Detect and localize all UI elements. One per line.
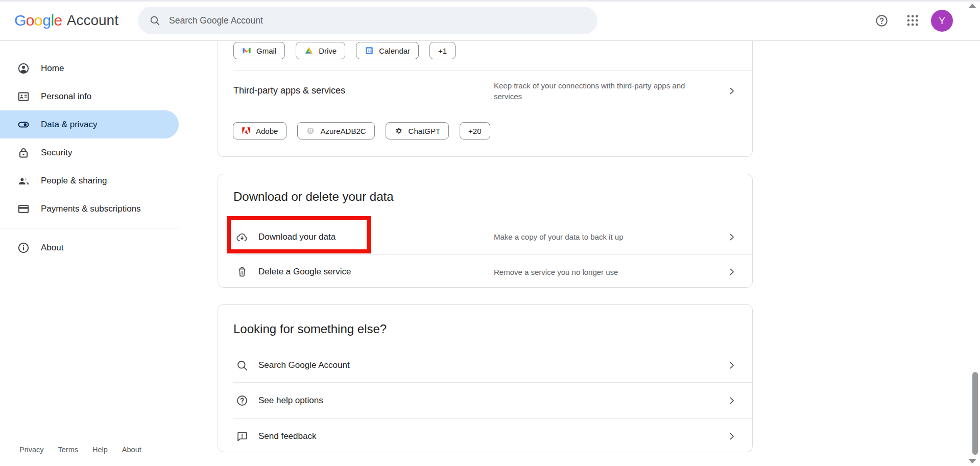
help-icon	[875, 14, 889, 28]
logo-letter: o	[26, 12, 34, 29]
footer-link-help[interactable]: Help	[92, 446, 108, 454]
svg-text:31: 31	[368, 49, 371, 52]
third-party-chips-row: Adobe AzureADB2C ChatGPT +20	[218, 122, 752, 139]
sidebar-divider	[0, 228, 179, 228]
personal-info-icon	[17, 90, 30, 103]
apps-grid-icon	[906, 14, 919, 27]
search-google-account-row[interactable]: Search Google Account	[218, 348, 752, 382]
footer-link-about[interactable]: About	[122, 446, 141, 454]
scrollbar-up-arrow[interactable]	[968, 4, 976, 8]
chip-gmail[interactable]: Gmail	[233, 42, 285, 59]
google-apps-button[interactable]	[905, 14, 920, 28]
download-delete-card: Download or delete your data Download yo…	[218, 174, 753, 288]
footer-link-terms[interactable]: Terms	[58, 446, 78, 454]
sidebar-item-label: Data & privacy	[41, 120, 98, 130]
chevron-right-icon	[727, 431, 737, 441]
looking-for-something-else-card: Looking for something else? Search Googl…	[218, 304, 753, 452]
sidebar-item-security[interactable]: Security	[0, 138, 179, 167]
card-title: Download or delete your data	[218, 174, 752, 204]
sidebar-item-label: Personal info	[41, 91, 91, 102]
app-header: Google Account Y	[0, 0, 980, 41]
chip-label: +20	[468, 127, 481, 135]
chip-adobe[interactable]: Adobe	[233, 122, 286, 139]
row-description: Keep track of your connections with thir…	[494, 80, 696, 102]
people-sharing-icon	[17, 175, 30, 187]
third-party-apps-row[interactable]: Third-party apps & services Keep track o…	[218, 71, 752, 110]
chip-drive[interactable]: Drive	[296, 42, 345, 59]
search-icon	[149, 15, 160, 26]
sidebar-item-payments[interactable]: Payments & subscriptions	[0, 195, 179, 223]
chip-label: Gmail	[256, 46, 276, 55]
info-icon	[17, 242, 30, 254]
chip-label: AzureADB2C	[320, 127, 366, 135]
download-your-data-row[interactable]: Download your data Make a copy of your d…	[218, 219, 752, 254]
shared-data-card: Gmail Drive 31 Calendar +1 Third-party a…	[218, 41, 753, 157]
logo-letter: o	[34, 12, 42, 29]
sidebar-item-data-privacy[interactable]: Data & privacy	[0, 110, 179, 138]
sidebar-item-label: People & sharing	[41, 176, 107, 186]
chevron-right-icon	[727, 395, 737, 406]
sidebar: Home Personal info Data & privacy Securi…	[0, 41, 179, 262]
logo-letter: G	[14, 12, 26, 29]
help-button[interactable]	[874, 14, 889, 28]
logo-letter: e	[54, 12, 62, 29]
chip-label: Adobe	[256, 127, 278, 135]
chevron-right-icon	[727, 360, 737, 370]
scrollbar-thumb[interactable]	[972, 372, 978, 455]
account-avatar[interactable]: Y	[931, 10, 953, 32]
sidebar-item-label: Payments & subscriptions	[41, 204, 141, 214]
row-description: Make a copy of your data to back it up	[494, 231, 696, 242]
help-icon	[236, 394, 248, 407]
trash-icon	[236, 266, 248, 278]
search-input[interactable]	[169, 15, 567, 26]
google-apps-chips-row: Gmail Drive 31 Calendar +1	[218, 42, 752, 59]
row-label: Delete a Google service	[258, 267, 351, 277]
row-label: Download your data	[258, 232, 336, 242]
row-label: Send feedback	[258, 431, 316, 441]
sidebar-item-home[interactable]: Home	[0, 54, 179, 82]
card-title: Looking for something else?	[218, 305, 752, 337]
adobe-icon	[242, 126, 251, 135]
payments-card-icon	[17, 203, 30, 215]
data-privacy-toggle-icon	[17, 119, 30, 131]
sidebar-item-about[interactable]: About	[0, 234, 179, 262]
row-label: Search Google Account	[258, 360, 350, 370]
feedback-icon	[236, 430, 248, 442]
scrollbar-down-arrow[interactable]	[968, 459, 976, 463]
sidebar-item-label: About	[41, 243, 63, 253]
see-help-options-row[interactable]: See help options	[218, 383, 752, 418]
search-icon	[236, 359, 248, 371]
chip-chatgpt[interactable]: ChatGPT	[386, 122, 449, 139]
delete-google-service-row[interactable]: Delete a Google service Remove a service…	[218, 255, 752, 289]
chip-more-apps[interactable]: +1	[429, 42, 456, 59]
footer-link-privacy[interactable]: Privacy	[19, 446, 44, 454]
window-top-edge	[0, 0, 980, 2]
row-title: Third-party apps & services	[233, 85, 345, 96]
row-label: See help options	[258, 395, 323, 406]
chip-label: ChatGPT	[409, 127, 441, 135]
row-description: Remove a service you no longer use	[494, 267, 696, 277]
chevron-right-icon	[727, 267, 737, 277]
home-account-icon	[17, 62, 30, 75]
account-search-bar[interactable]	[138, 7, 597, 34]
gmail-icon	[242, 46, 251, 55]
chatgpt-icon	[394, 126, 403, 135]
chip-label: +1	[438, 46, 447, 55]
chip-label: Drive	[319, 46, 337, 55]
security-lock-icon	[17, 147, 30, 159]
chevron-right-icon	[727, 86, 737, 96]
sidebar-item-people-sharing[interactable]: People & sharing	[0, 167, 179, 195]
sidebar-item-personal-info[interactable]: Personal info	[0, 82, 179, 110]
logo-product-name: Account	[67, 12, 118, 29]
chip-calendar[interactable]: 31 Calendar	[356, 42, 419, 59]
sidebar-item-label: Security	[41, 148, 72, 158]
calendar-icon: 31	[365, 46, 374, 55]
azureadb2c-icon	[306, 126, 315, 135]
chip-more-connections[interactable]: +20	[460, 122, 490, 139]
chip-azureadb2c[interactable]: AzureADB2C	[297, 122, 374, 139]
google-account-logo[interactable]: Google Account	[14, 0, 118, 41]
send-feedback-row[interactable]: Send feedback	[218, 419, 752, 453]
sidebar-item-label: Home	[41, 63, 64, 74]
cloud-download-icon	[236, 231, 248, 243]
chevron-right-icon	[727, 232, 737, 242]
